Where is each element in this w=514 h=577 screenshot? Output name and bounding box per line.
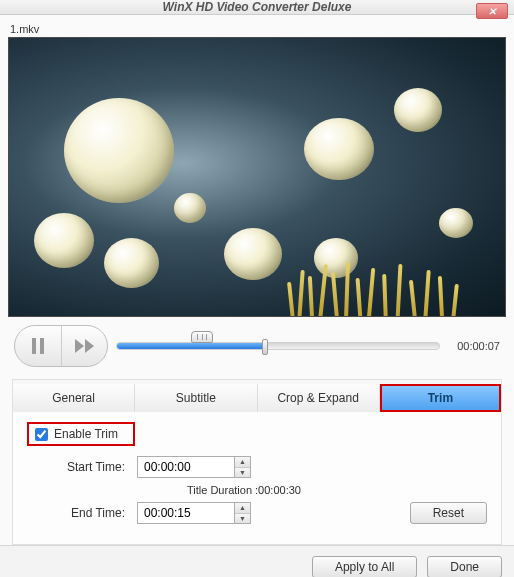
pause-icon (31, 338, 45, 354)
title-duration-label: Title Duration :00:00:30 (187, 484, 487, 496)
preview-art (304, 118, 374, 180)
svg-marker-3 (85, 339, 94, 353)
start-time-up[interactable]: ▲ (235, 457, 250, 467)
preview-art (224, 228, 282, 280)
apply-to-all-button[interactable]: Apply to All (312, 556, 417, 577)
slider-knob[interactable] (262, 339, 268, 355)
enable-trim-row[interactable]: Enable Trim (27, 422, 135, 446)
preview-art (289, 260, 469, 317)
trim-panel: Enable Trim Start Time: ▲ ▼ Title Durati… (12, 412, 502, 545)
slider-progress (117, 343, 265, 349)
video-preview[interactable] (8, 37, 506, 317)
reset-button[interactable]: Reset (410, 502, 487, 524)
close-button[interactable]: ✕ (476, 3, 508, 19)
window-title: WinX HD Video Converter Deluxe (163, 0, 352, 14)
tab-crop-expand[interactable]: Crop & Expand (258, 384, 380, 412)
slider-track (116, 342, 440, 350)
end-time-spinner[interactable]: ▲ ▼ (137, 502, 251, 524)
playback-controls (14, 325, 108, 367)
preview-art (104, 238, 159, 288)
tab-subtitle[interactable]: Subtitle (135, 384, 257, 412)
enable-trim-checkbox[interactable] (35, 428, 48, 441)
end-time-down[interactable]: ▼ (235, 513, 250, 524)
start-time-input[interactable] (138, 457, 234, 477)
preview-art (34, 213, 94, 268)
preview-art (394, 88, 442, 132)
preview-art (439, 208, 473, 238)
current-time: 00:00:07 (448, 340, 500, 352)
end-time-label: End Time: (55, 506, 125, 520)
enable-trim-label: Enable Trim (54, 427, 118, 441)
svg-rect-1 (40, 338, 44, 354)
start-time-down[interactable]: ▼ (235, 467, 250, 478)
end-time-input[interactable] (138, 503, 234, 523)
file-name-label: 1.mkv (10, 23, 506, 35)
fast-forward-icon (75, 339, 95, 353)
seek-slider[interactable] (116, 325, 440, 367)
fast-forward-button[interactable] (61, 326, 107, 366)
start-time-spinner[interactable]: ▲ ▼ (137, 456, 251, 478)
footer: Apply to All Done (0, 545, 514, 577)
titlebar: WinX HD Video Converter Deluxe ✕ (0, 0, 514, 15)
end-time-up[interactable]: ▲ (235, 503, 250, 513)
pause-button[interactable] (15, 326, 61, 366)
svg-marker-2 (75, 339, 84, 353)
preview-art (64, 98, 174, 203)
tab-trim[interactable]: Trim (380, 384, 501, 412)
close-icon: ✕ (488, 6, 496, 17)
trim-marker[interactable] (191, 331, 213, 343)
start-time-label: Start Time: (55, 460, 125, 474)
svg-rect-0 (32, 338, 36, 354)
preview-art (174, 193, 206, 223)
tab-general[interactable]: General (13, 384, 135, 412)
tab-bar: General Subtitle Crop & Expand Trim (13, 384, 501, 412)
done-button[interactable]: Done (427, 556, 502, 577)
